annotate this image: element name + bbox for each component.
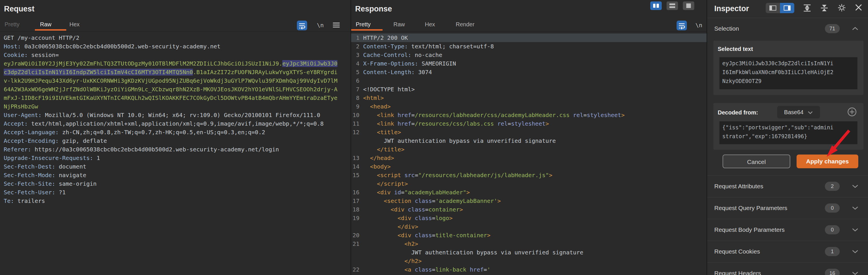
collapse-all-icon[interactable] [819,3,829,14]
code-segment: SAMEORIGIN [418,60,456,67]
layout-rows-icon[interactable] [666,1,678,10]
selected-text-value[interactable]: eyJpc3MiOiJwb3J0c3dpZ2dlciIsInN1YiI6ImFk… [719,57,858,89]
code-segment: Cookie: [4,52,28,58]
newline-toggle-icon[interactable]: \n [695,22,702,29]
code-segment: Referer: [4,146,31,153]
response-tab-pretty[interactable]: Pretty [356,21,371,28]
request-editor[interactable]: GET /my-account HTTP/2Host: 0a3c0065038c… [0,33,350,275]
response-editor[interactable]: 1HTTP/2 200 OK2Content-Type: text/html; … [351,33,707,275]
request-panel: Request Pretty Raw Hex \n GET /my-accoun… [0,0,350,275]
code-segment: = [411,112,415,118]
close-icon[interactable] [854,3,863,13]
code-segment: 3074 [415,69,432,76]
section-request-query-parameters[interactable]: Request Query Parameters0 [707,197,868,219]
code-segment: container [429,206,459,213]
apply-changes-button[interactable]: Apply changes [797,155,858,168]
code-segment: <div [391,206,404,213]
decoded-text-value[interactable]: {"iss":"portswigger","sub":"administrato… [719,121,858,144]
line-number: 2 [352,42,360,51]
section-request-attributes[interactable]: Request Attributes2 [707,175,868,197]
code-segment: class [415,232,432,239]
layout-single-icon[interactable] [683,1,694,10]
line-number: 3 [352,51,360,59]
gear-icon[interactable] [837,3,847,14]
code-segment: Te: [4,197,14,204]
response-line: 11 <link href=/resources/css/labs.css re… [351,119,707,128]
response-tab-render[interactable]: Render [456,21,474,28]
code-segment: <link [377,112,394,118]
section-selection[interactable]: Selection 71 [707,19,868,38]
code-segment: Upgrade-Insecure-Requests: [4,155,93,161]
code-segment: NjPRsHbzGw [4,103,38,110]
request-editor-toolbar: \n [297,21,350,30]
response-panel: Response Pretty Raw Hex Render \n 1HTTP/… [351,0,707,275]
code-segment [411,232,415,239]
line-number: 4 [352,59,360,68]
request-tab-pretty[interactable]: Pretty [5,21,20,28]
code-segment [411,266,415,273]
code-segment: ' [487,266,491,273]
response-editor-toolbar: \n [677,21,707,30]
response-tab-hex[interactable]: Hex [425,21,435,28]
request-selected-tab-underline [35,29,66,31]
decoding-format-select[interactable]: Base64 [777,106,820,118]
request-tab-raw[interactable]: Raw [40,21,52,28]
section-label: Request Body Parameters [714,226,784,233]
response-line: 14 <body> [351,162,707,171]
line-number: 8 [352,93,360,102]
response-tab-raw[interactable]: Raw [394,21,405,28]
request-editor-separator [0,31,350,32]
code-segment: Content-Type: [363,43,408,50]
code-segment: Accept-Encoding: [4,137,59,144]
request-response-divider[interactable] [350,0,351,275]
code-segment: </h2> [405,257,422,265]
cancel-button[interactable]: Cancel [722,155,790,168]
line-number: 7 [352,85,360,93]
line-number: 17 [352,197,360,205]
section-label: Request Query Parameters [714,204,787,212]
code-segment: .B1aIAzZI72zFUOFNJRAyLukwYvgXTYS-eY8RYgr… [193,69,337,76]
code-segment: <h2> [405,240,418,247]
response-line: 2Content-Type: text/html; charset=utf-8 [351,42,707,51]
code-segment: JWT authentication bypass via unverified… [363,137,556,144]
code-segment: href [397,112,411,118]
request-line: Sec-Fetch-User: ?1 [0,188,350,197]
code-segment: /resources/labheader/css/academyLabHeade… [415,112,570,118]
code-segment: stylesheet [587,112,621,118]
request-tab-hex[interactable]: Hex [69,21,80,28]
request-line: Referer: https://0a3c0065038cbc0bc2ebcb4… [0,145,350,154]
dock-left-icon[interactable] [766,3,780,13]
section-request-headers[interactable]: Request Headers16 [707,263,868,275]
expand-all-icon[interactable] [802,3,812,14]
code-segment: 1 [93,155,100,161]
code-segment: text/html; charset=utf-8 [408,43,494,50]
code-segment [363,163,370,170]
line-number: 6 [352,76,360,85]
editor-menu-icon[interactable] [333,23,340,28]
code-segment: > [546,120,549,127]
section-count-badge: 2 [825,182,840,191]
dock-right-icon[interactable] [780,3,794,13]
section-count-badge: 0 [825,225,840,235]
code-segment [363,129,377,136]
code-segment: mFxJ-1ID8cF19i9IUVEkmtGIKaUXYNTnIC4RKQLh… [4,94,337,101]
response-inspector-divider[interactable] [707,0,707,275]
code-segment: = [425,206,429,213]
code-segment: = [415,172,418,178]
word-wrap-icon[interactable] [677,21,687,30]
response-line: JWT authentication bypass via unverified… [351,137,707,145]
chevron-down-icon [851,249,859,254]
add-decoding-icon[interactable] [847,107,857,118]
response-selected-tab-underline [351,29,382,31]
newline-toggle-icon[interactable]: \n [317,22,324,29]
layout-columns-icon[interactable] [650,1,662,10]
code-segment: Sec-Fetch-Site: [4,180,55,187]
section-label: Request Attributes [714,183,764,190]
section-request-body-parameters[interactable]: Request Body Parameters0 [707,219,868,241]
code-segment: rel [497,120,508,127]
code-segment [466,266,470,273]
word-wrap-icon[interactable] [297,21,307,30]
section-request-cookies[interactable]: Request Cookies1 [707,241,868,263]
request-panel-title: Request [4,5,35,13]
code-segment: 0a3c0065038cbc0bc2ebcb4d00b500d2.web-sec… [21,43,220,50]
